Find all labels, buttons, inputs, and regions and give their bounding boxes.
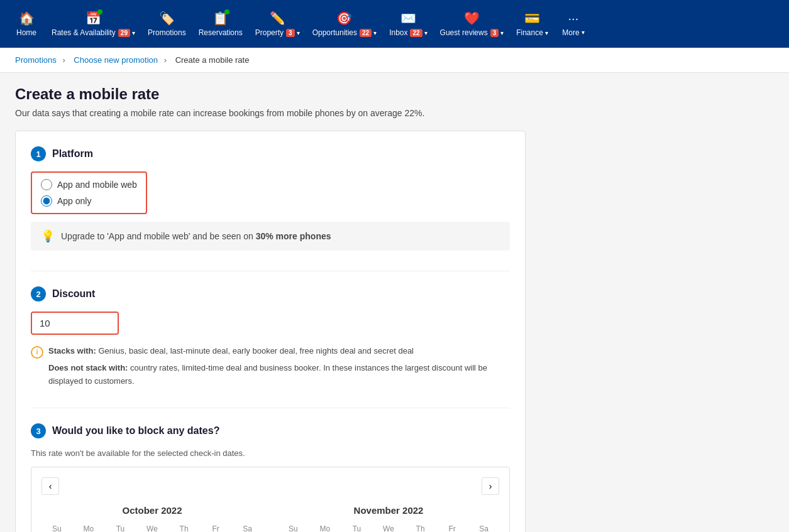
- finance-chevron: ▾: [545, 30, 548, 36]
- page-title: Create a mobile rate: [15, 85, 526, 103]
- reservations-dot: [224, 9, 229, 14]
- calendar-icon: 📅: [86, 11, 101, 26]
- breadcrumb-current: Create a mobile rate: [175, 55, 250, 65]
- calendar-next-button[interactable]: ›: [482, 477, 499, 495]
- platform-section-header: 1 Platform: [31, 146, 510, 161]
- finance-icon: 💳: [524, 11, 540, 26]
- breadcrumb: Promotions › Choose new promotion › Crea…: [0, 48, 789, 73]
- guest-reviews-chevron: ▾: [500, 30, 504, 36]
- calendar-prev-button[interactable]: ‹: [41, 477, 59, 495]
- no-stack-label: Does not stack with:: [48, 363, 128, 372]
- block-dates-section-title: Would you like to block any dates?: [52, 425, 219, 437]
- discount-step-number: 2: [31, 286, 46, 301]
- october-grid: Su Mo Tu We Th Fr Sa: [41, 522, 263, 532]
- platform-app-only-option[interactable]: App only: [41, 195, 137, 207]
- november-title: November 2022: [278, 505, 499, 516]
- breadcrumb-promotions[interactable]: Promotions: [15, 55, 57, 65]
- heart-icon: ❤️: [464, 11, 480, 26]
- nav-more[interactable]: ··· More ▾: [555, 11, 592, 37]
- property-badge: 3: [286, 29, 295, 37]
- discount-section-title: Discount: [52, 288, 95, 300]
- property-chevron: ▾: [297, 30, 300, 36]
- breadcrumb-choose-promotion[interactable]: Choose new promotion: [74, 55, 158, 65]
- section-divider-2: [31, 408, 510, 408]
- nav-promotions[interactable]: 🏷️ Promotions: [141, 11, 192, 37]
- upgrade-bold: 30% more phones: [256, 231, 331, 241]
- nav-finance[interactable]: 💳 Finance ▾: [510, 11, 555, 37]
- platform-step-number: 1: [31, 146, 46, 161]
- discount-section-header: 2 Discount: [31, 286, 510, 301]
- pencil-icon: ✏️: [270, 11, 285, 26]
- nav-rates[interactable]: 📅 Rates & Availability 29 ▾: [45, 11, 141, 37]
- nav-guest-reviews[interactable]: ❤️ Guest reviews 3 ▾: [434, 11, 510, 37]
- discount-section: 2 Discount % i Stacks with: Genius, basi…: [31, 286, 510, 388]
- block-dates-section-header: 3 Would you like to block any dates?: [31, 423, 510, 438]
- stacks-info-block: i Stacks with: Genius, basic deal, last-…: [31, 345, 510, 388]
- discount-input[interactable]: [32, 313, 119, 334]
- opportunities-chevron: ▾: [373, 30, 377, 36]
- opportunities-badge: 22: [360, 29, 372, 37]
- main-content: Create a mobile rate Our data says that …: [0, 73, 541, 532]
- upgrade-text-pre: Upgrade to 'App and mobile web' and be s…: [61, 231, 256, 241]
- nav-home[interactable]: 🏠 Home: [8, 11, 45, 37]
- november-calendar: November 2022 Su Mo Tu We Th Fr Sa: [278, 505, 499, 532]
- rates-badge: 29: [118, 29, 130, 37]
- guest-reviews-badge: 3: [490, 29, 499, 37]
- discount-input-group: %: [31, 312, 119, 335]
- bulb-icon: 💡: [41, 229, 55, 243]
- platform-section-title: Platform: [52, 148, 93, 160]
- platform-radio-group: App and mobile web App only: [31, 171, 147, 214]
- stacks-with-label: Stacks with:: [48, 346, 96, 356]
- home-icon: 🏠: [19, 11, 35, 26]
- platform-section: 1 Platform App and mobile web App only 💡…: [31, 146, 510, 251]
- block-dates-section: 3 Would you like to block any dates? Thi…: [31, 423, 510, 532]
- list-icon: 📋: [212, 11, 228, 26]
- stacks-with-text: Genius, basic deal, last-minute deal, ea…: [98, 346, 414, 356]
- calendar-header: ‹ ›: [41, 477, 499, 495]
- nav-opportunities[interactable]: 🎯 Opportunities 22 ▾: [306, 11, 383, 37]
- tag-icon: 🏷️: [159, 11, 175, 26]
- october-calendar: October 2022 Su Mo Tu We Th Fr Sa: [41, 505, 263, 532]
- october-title: October 2022: [41, 505, 263, 516]
- platform-app-only-label: App only: [57, 196, 91, 206]
- platform-app-web-radio[interactable]: [41, 179, 52, 190]
- navigation: 🏠 Home 📅 Rates & Availability 29 ▾ 🏷️ Pr…: [0, 0, 789, 48]
- form-card: 1 Platform App and mobile web App only 💡…: [15, 131, 526, 532]
- november-grid: Su Mo Tu We Th Fr Sa 1 2 3: [278, 522, 499, 532]
- inbox-badge: 22: [410, 29, 422, 37]
- platform-app-only-radio[interactable]: [41, 195, 52, 207]
- block-dates-subtitle: This rate won't be available for the sel…: [31, 448, 510, 458]
- platform-app-web-option[interactable]: App and mobile web: [41, 179, 137, 190]
- target-icon: 🎯: [336, 11, 352, 26]
- nav-inbox[interactable]: ✉️ Inbox 22 ▾: [383, 11, 433, 37]
- page-subtitle: Our data says that creating a mobile rat…: [15, 108, 526, 118]
- section-divider-1: [31, 271, 510, 271]
- info-circle-icon: i: [31, 346, 43, 359]
- rates-chevron: ▾: [132, 30, 135, 36]
- calendars-grid: October 2022 Su Mo Tu We Th Fr Sa: [41, 505, 499, 532]
- calendar-container: ‹ › October 2022 Su Mo Tu We Th: [31, 467, 510, 532]
- nav-property[interactable]: ✏️ Property 3 ▾: [249, 11, 306, 37]
- nav-reservations[interactable]: 📋 Reservations: [192, 11, 249, 37]
- envelope-icon: ✉️: [400, 11, 416, 26]
- platform-app-web-label: App and mobile web: [57, 180, 137, 190]
- inbox-chevron: ▾: [424, 30, 428, 36]
- platform-upgrade-info: 💡 Upgrade to 'App and mobile web' and be…: [31, 222, 510, 251]
- more-chevron: ▾: [582, 29, 585, 36]
- rates-dot: [97, 9, 102, 14]
- more-icon: ···: [568, 11, 579, 26]
- block-dates-step-number: 3: [31, 423, 46, 438]
